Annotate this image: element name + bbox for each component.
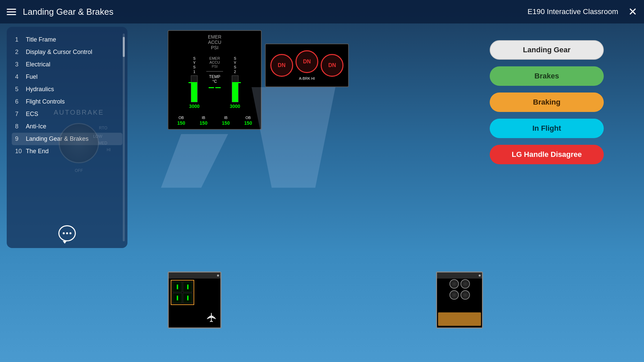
sidebar-item-7[interactable]: 7ECS bbox=[12, 108, 122, 120]
sidebar-item-2[interactable]: 2Display & Cursor Control bbox=[12, 46, 122, 58]
sys2-gauge: SYS2 3000 bbox=[230, 56, 240, 109]
temp-ind-right bbox=[215, 87, 221, 88]
eicas-title: EMER ACCU PSI bbox=[208, 34, 221, 50]
sys1-gauge: SYS1 3000 bbox=[189, 56, 200, 109]
temp-indicators bbox=[209, 86, 221, 88]
right-thumbnail[interactable] bbox=[436, 272, 483, 328]
braking-button[interactable]: Braking bbox=[490, 93, 604, 112]
abrk-label: A-BRK HI bbox=[299, 76, 315, 80]
chat-icon-container bbox=[12, 222, 122, 241]
brakes-button[interactable]: Brakes bbox=[490, 66, 604, 86]
sys1-label: SYS1 bbox=[193, 56, 196, 74]
divider bbox=[206, 71, 223, 72]
sys1-fill bbox=[191, 82, 197, 102]
sys1-indicator bbox=[189, 82, 191, 83]
svg-marker-0 bbox=[161, 134, 228, 188]
thumb-dials bbox=[439, 279, 480, 301]
eicas-gauges: SYS1 3000 EMERACCUPSI TEMP°C SYS2 bbox=[189, 53, 240, 112]
ib-right: IB 150 bbox=[222, 116, 230, 126]
temp-label: TEMP°C bbox=[209, 74, 220, 84]
scrollbar-thumb bbox=[123, 37, 125, 57]
eicas-bottom-row: OB 150 IB 150 IB 150 OB 150 bbox=[172, 116, 258, 126]
dn-circle-left: DN bbox=[270, 54, 293, 77]
mini-dial-2 bbox=[461, 279, 470, 289]
emer-accu-label: EMERACCUPSI bbox=[209, 56, 220, 68]
sidebar-item-10[interactable]: 10The End bbox=[12, 145, 122, 158]
sidebar-item-1[interactable]: 1Title Frame bbox=[12, 34, 122, 46]
eicas-panel: EMER ACCU PSI SYS1 3000 EMERACCUPSI TEMP… bbox=[168, 30, 262, 130]
app-subtitle: E190 Interactive Classroom bbox=[528, 7, 618, 16]
sidebar-item-5[interactable]: 5Hydraulics bbox=[12, 83, 122, 96]
page-title: Landing Gear & Brakes bbox=[23, 7, 528, 17]
nav-list: 1Title Frame 2Display & Cursor Control 3… bbox=[12, 34, 122, 222]
scrollbar[interactable] bbox=[123, 34, 125, 241]
sidebar-item-4[interactable]: 4Fuel bbox=[12, 71, 122, 83]
dn-circle-center: DN bbox=[296, 50, 318, 73]
sys2-bar bbox=[232, 75, 238, 102]
temp-ind-left bbox=[209, 87, 214, 88]
sidebar-item-3[interactable]: 3Electrical bbox=[12, 58, 122, 71]
main-content: EMER ACCU PSI SYS1 3000 EMERACCUPSI TEMP… bbox=[134, 27, 483, 335]
chat-dots bbox=[63, 232, 71, 234]
ob-right: OB 150 bbox=[244, 116, 252, 126]
menu-icon[interactable] bbox=[7, 9, 16, 15]
sys2-fill bbox=[232, 82, 238, 102]
header: Landing Gear & Brakes E190 Interactive C… bbox=[0, 0, 644, 23]
sys1-value: 3000 bbox=[189, 104, 200, 109]
center-section: EMERACCUPSI TEMP°C bbox=[206, 56, 223, 88]
right-panel: Landing Gear Brakes Braking In Flight LG… bbox=[490, 40, 604, 164]
thumb-bottom-panel bbox=[438, 312, 481, 326]
sys2-indicator bbox=[238, 82, 241, 83]
mini-dial-4 bbox=[461, 290, 470, 300]
thumb-header-right bbox=[437, 273, 482, 279]
thumb-screen-left: ✈ bbox=[169, 273, 220, 327]
thumb-header-left bbox=[169, 273, 220, 279]
thumb-screen-right bbox=[437, 273, 482, 327]
sidebar-item-9[interactable]: 9Landing Gear & Brakes bbox=[12, 133, 122, 145]
svg-marker-1 bbox=[252, 87, 335, 188]
sys2-label: SYS2 bbox=[234, 56, 236, 74]
ib-left: IB 150 bbox=[200, 116, 207, 126]
dn-circle-right: DN bbox=[321, 54, 343, 77]
gear-panel-thumbnail bbox=[171, 280, 194, 305]
sidebar-item-6[interactable]: 6Flight Controls bbox=[12, 96, 122, 108]
plane-icon: ✈ bbox=[204, 312, 219, 323]
mini-dial-3 bbox=[449, 290, 459, 300]
left-thumbnail[interactable]: ✈ bbox=[168, 272, 221, 328]
chat-button[interactable] bbox=[58, 225, 76, 241]
lg-handle-disagree-button[interactable]: LG Handle Disagree bbox=[490, 145, 604, 164]
sidebar-item-8[interactable]: 8Anti-Ice bbox=[12, 120, 122, 133]
abrk-panel: DN DN A-BRK HI DN bbox=[265, 44, 349, 87]
ob-left: OB 150 bbox=[177, 116, 185, 126]
mini-dial-1 bbox=[449, 279, 459, 289]
close-button[interactable]: ✕ bbox=[628, 6, 637, 17]
landing-gear-button[interactable]: Landing Gear bbox=[490, 40, 604, 60]
sidebar: AUTOBRAKE OFF LOW MED HI RTO 1Title Fram… bbox=[7, 27, 127, 248]
in-flight-button[interactable]: In Flight bbox=[490, 119, 604, 138]
sys2-value: 3000 bbox=[230, 104, 240, 109]
abrk-center: DN A-BRK HI bbox=[296, 50, 318, 80]
sys1-bar bbox=[191, 75, 198, 102]
